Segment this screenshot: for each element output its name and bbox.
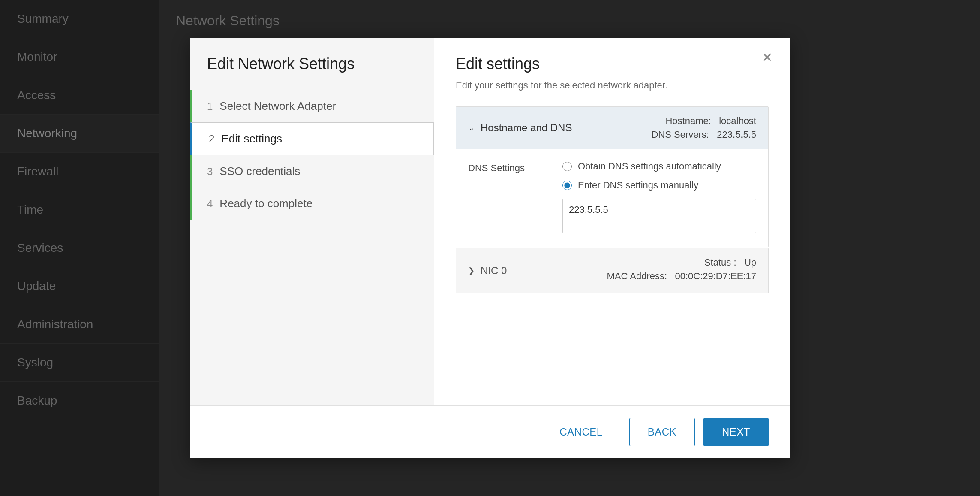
- back-button[interactable]: BACK: [629, 418, 695, 446]
- step-3-indicator: [190, 155, 192, 188]
- wizard-panel: Edit Network Settings 1 Select Network A…: [190, 38, 434, 405]
- hostname-dns-chevron-icon: ⌄: [468, 123, 475, 133]
- wizard-title: Edit Network Settings: [190, 55, 434, 90]
- modal-footer: CANCEL BACK NEXT: [190, 405, 790, 458]
- wizard-step-1[interactable]: 1 Select Network Adapter: [190, 90, 434, 122]
- step-4-num: 4: [207, 198, 213, 210]
- edit-network-settings-modal: Edit Network Settings 1 Select Network A…: [190, 38, 790, 458]
- nic-chevron-icon: ❯: [468, 266, 475, 275]
- dns-auto-option[interactable]: Obtain DNS settings automatically: [562, 161, 756, 172]
- step-1-num: 1: [207, 100, 213, 112]
- step-3-label: SSO credentials: [219, 165, 300, 178]
- hostname-dns-header[interactable]: ⌄ Hostname and DNS Hostname: localhost D…: [456, 107, 768, 149]
- nic-mac-label: MAC Address:: [607, 271, 667, 281]
- hostname-dns-summary: Hostname: localhost DNS Servers: 223.5.5…: [651, 115, 756, 140]
- wizard-step-3[interactable]: 3 SSO credentials: [190, 155, 434, 188]
- step-2-label: Edit settings: [221, 132, 282, 145]
- step-2-num: 2: [209, 133, 214, 145]
- nic-mac: MAC Address: 00:0C:29:D7:EE:17: [607, 271, 756, 282]
- nic-status-label: Status :: [704, 257, 737, 268]
- dns-auto-label: Obtain DNS settings automatically: [578, 161, 721, 172]
- dns-settings-body: DNS Settings Obtain DNS settings automat…: [456, 149, 768, 247]
- hostname-dns-header-left: ⌄ Hostname and DNS: [468, 122, 572, 134]
- nic-header-left: ❯ NIC 0: [468, 265, 507, 277]
- nic-section: ❯ NIC 0 Status : Up MAC Address:: [456, 248, 769, 293]
- close-button[interactable]: ✕: [761, 51, 773, 64]
- content-title: Edit settings: [456, 55, 769, 73]
- hostname-summary: Hostname: localhost: [651, 115, 756, 127]
- dns-settings-row: DNS Settings Obtain DNS settings automat…: [468, 161, 756, 235]
- dns-manual-option[interactable]: Enter DNS settings manually: [562, 180, 756, 191]
- dns-servers-value: 223.5.5.5: [717, 129, 756, 140]
- step-4-label: Ready to complete: [219, 197, 313, 210]
- nic-header-right: Status : Up MAC Address: 00:0C:29:D7:EE:…: [607, 257, 756, 284]
- step-3-num: 3: [207, 166, 213, 178]
- dns-servers-summary: DNS Servers: 223.5.5.5: [651, 129, 756, 140]
- hostname-label: Hostname:: [665, 115, 711, 126]
- modal-body: Edit Network Settings 1 Select Network A…: [190, 38, 790, 405]
- dns-manual-textarea[interactable]: 223.5.5.5: [562, 199, 756, 233]
- nic-status-value: Up: [744, 257, 756, 268]
- hostname-value: localhost: [719, 115, 756, 126]
- step-4-indicator: [190, 188, 192, 220]
- nic-label: NIC 0: [481, 265, 507, 277]
- modal-overlay: Edit Network Settings 1 Select Network A…: [0, 0, 980, 496]
- dns-servers-label: DNS Servers:: [651, 129, 709, 140]
- hostname-dns-label: Hostname and DNS: [481, 122, 572, 134]
- step-1-indicator: [190, 90, 192, 122]
- dns-auto-radio[interactable]: [562, 162, 572, 171]
- cancel-button[interactable]: CANCEL: [541, 418, 620, 446]
- dns-manual-radio[interactable]: [562, 181, 572, 190]
- nic-header[interactable]: ❯ NIC 0 Status : Up MAC Address:: [456, 248, 768, 293]
- content-panel: ✕ Edit settings Edit your settings for t…: [434, 38, 790, 405]
- wizard-step-4[interactable]: 4 Ready to complete: [190, 188, 434, 220]
- dns-settings-label: DNS Settings: [468, 161, 545, 235]
- step-1-label: Select Network Adapter: [219, 100, 336, 113]
- wizard-step-2[interactable]: 2 Edit settings: [190, 122, 434, 155]
- dns-manual-label: Enter DNS settings manually: [578, 180, 698, 191]
- nic-mac-value: 00:0C:29:D7:EE:17: [675, 271, 756, 281]
- hostname-dns-section: ⌄ Hostname and DNS Hostname: localhost D…: [456, 106, 769, 247]
- next-button[interactable]: NEXT: [703, 418, 769, 446]
- nic-status: Status : Up: [607, 257, 756, 268]
- content-subtitle: Edit your settings for the selected netw…: [456, 80, 769, 91]
- dns-options: Obtain DNS settings automatically Enter …: [562, 161, 756, 235]
